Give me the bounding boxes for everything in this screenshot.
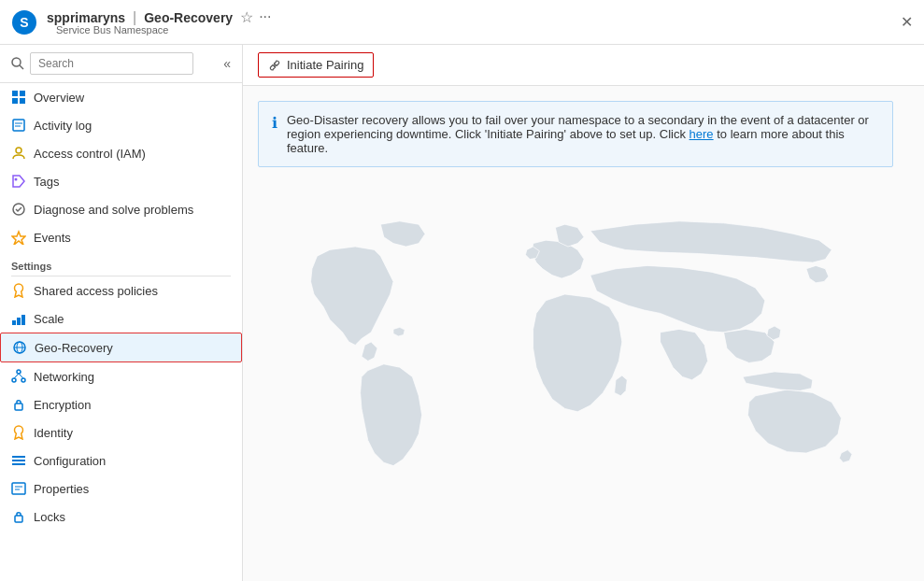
sidebar-item-label: Properties: [34, 482, 89, 496]
svg-rect-27: [12, 456, 25, 458]
svg-rect-7: [20, 98, 25, 104]
content-toolbar: Initiate Pairing: [243, 45, 924, 86]
title-bar: S spprimaryns | Geo-Recovery ☆ ··· Servi…: [0, 0, 924, 45]
app-name: spprimaryns: [47, 10, 125, 25]
sidebar-search-container: «: [0, 45, 242, 83]
identity-icon: [11, 425, 26, 440]
svg-marker-14: [12, 232, 25, 245]
collapse-sidebar-button[interactable]: «: [223, 56, 231, 71]
geo-recovery-icon: [12, 340, 27, 355]
search-icon: [11, 57, 24, 70]
encryption-icon: [11, 397, 26, 412]
sidebar-item-events[interactable]: Events: [0, 223, 242, 251]
svg-rect-16: [17, 318, 21, 325]
sidebar-item-shared-access[interactable]: Shared access policies: [0, 276, 242, 305]
sidebar-item-label: Networking: [34, 370, 94, 384]
sidebar-item-iam[interactable]: Access control (IAM): [0, 139, 242, 167]
sidebar-item-activity-log[interactable]: Activity log: [0, 111, 242, 139]
page-title: Geo-Recovery: [144, 10, 233, 25]
info-icon: ℹ: [272, 114, 277, 132]
info-link[interactable]: here: [689, 127, 714, 141]
svg-rect-6: [12, 98, 18, 104]
sidebar-item-properties[interactable]: Properties: [0, 475, 242, 503]
initiate-pairing-label: Initiate Pairing: [287, 58, 363, 72]
svg-rect-8: [13, 120, 24, 131]
sidebar-item-label: Access control (IAM): [34, 147, 146, 161]
svg-rect-17: [21, 315, 25, 325]
content-body: ℹ Geo-Disaster recovery allows you to fa…: [243, 86, 924, 581]
info-banner: ℹ Geo-Disaster recovery allows you to fa…: [258, 101, 893, 167]
pairing-icon: [268, 59, 281, 72]
svg-point-11: [16, 148, 21, 153]
sidebar-item-diagnose[interactable]: Diagnose and solve problems: [0, 195, 242, 223]
main-layout: « Overview Activity log Access control (…: [0, 45, 924, 581]
svg-point-23: [21, 378, 25, 382]
sidebar-item-label: Activity log: [34, 119, 92, 133]
svg-line-24: [14, 374, 19, 378]
sidebar-item-label: Configuration: [34, 454, 106, 468]
svg-rect-29: [12, 463, 25, 465]
title-separator: |: [133, 9, 136, 26]
content-area: Initiate Pairing ℹ Geo-Disaster recovery…: [243, 45, 924, 581]
diagnose-icon: [11, 202, 26, 217]
svg-rect-4: [12, 91, 18, 96]
tags-icon: [11, 174, 26, 189]
world-map-container: .land { fill: #d0d8e0; stroke: #fff; str…: [266, 205, 902, 526]
sidebar-item-label: Identity: [34, 426, 73, 440]
sidebar-item-identity[interactable]: Identity: [0, 418, 242, 446]
iam-icon: [11, 146, 26, 161]
svg-point-12: [15, 178, 18, 181]
svg-rect-28: [12, 460, 25, 461]
sidebar-item-label: Overview: [34, 91, 84, 105]
svg-rect-5: [20, 91, 25, 96]
sidebar-item-label: Geo-Recovery: [35, 341, 113, 355]
svg-rect-30: [12, 483, 25, 494]
activity-log-icon: [11, 118, 26, 133]
svg-rect-15: [12, 320, 16, 325]
sidebar-item-label: Diagnose and solve problems: [34, 203, 193, 217]
svg-line-3: [20, 65, 23, 69]
sidebar-item-encryption[interactable]: Encryption: [0, 390, 242, 418]
initiate-pairing-button[interactable]: Initiate Pairing: [258, 52, 374, 78]
sidebar-item-locks[interactable]: Locks: [0, 503, 242, 531]
sidebar-item-label: Tags: [34, 175, 59, 189]
svg-text:S: S: [20, 15, 28, 30]
scale-icon: [11, 311, 26, 326]
app-logo: S: [11, 9, 37, 35]
configuration-icon: [11, 453, 26, 468]
sidebar-item-tags[interactable]: Tags: [0, 167, 242, 195]
sidebar-item-label: Scale: [34, 312, 64, 326]
sidebar: « Overview Activity log Access control (…: [0, 45, 243, 581]
sidebar-item-label: Shared access policies: [34, 284, 158, 298]
sidebar-item-networking[interactable]: Networking: [0, 362, 242, 390]
networking-icon: [11, 369, 26, 384]
info-text: Geo-Disaster recovery allows you to fail…: [287, 113, 879, 155]
events-icon: [11, 230, 26, 245]
sidebar-item-label: Locks: [34, 510, 65, 524]
svg-line-25: [19, 374, 23, 378]
sidebar-item-scale[interactable]: Scale: [0, 305, 242, 333]
sidebar-item-geo-recovery[interactable]: Geo-Recovery: [0, 333, 242, 362]
svg-point-22: [12, 378, 16, 382]
search-input[interactable]: [30, 52, 193, 75]
title-bar-left: spprimaryns | Geo-Recovery ☆ ··· Service…: [47, 8, 271, 35]
sidebar-item-label: Encryption: [34, 398, 91, 412]
settings-section-label: Settings: [0, 251, 242, 276]
sidebar-item-configuration[interactable]: Configuration: [0, 446, 242, 475]
sidebar-item-label: Events: [34, 231, 71, 245]
shared-access-icon: [11, 283, 26, 298]
svg-rect-33: [15, 516, 22, 522]
overview-icon: [11, 90, 26, 105]
world-map: .land { fill: #d0d8e0; stroke: #fff; str…: [266, 205, 902, 523]
close-button[interactable]: ✕: [901, 13, 913, 31]
svg-point-2: [12, 58, 21, 66]
svg-rect-26: [15, 404, 22, 410]
properties-icon: [11, 481, 26, 496]
sidebar-item-overview[interactable]: Overview: [0, 83, 242, 111]
app-subtitle: Service Bus Namespace: [56, 24, 271, 35]
locks-icon: [11, 509, 26, 524]
svg-point-21: [17, 370, 21, 374]
